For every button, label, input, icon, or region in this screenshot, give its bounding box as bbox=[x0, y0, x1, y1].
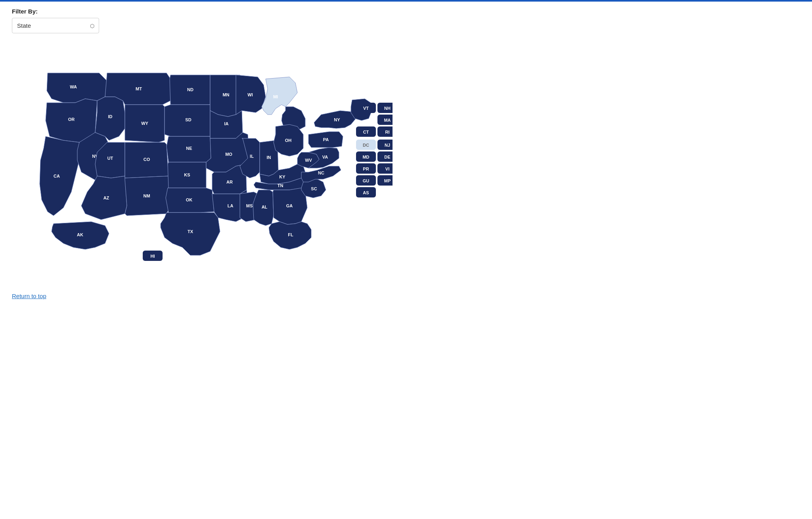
state-ak[interactable] bbox=[52, 222, 109, 249]
state-nm[interactable] bbox=[125, 176, 170, 216]
state-pr[interactable] bbox=[356, 163, 376, 174]
state-ca[interactable] bbox=[40, 136, 81, 216]
state-id[interactable] bbox=[95, 97, 125, 140]
map-container: WA OR CA NV ID MT WY UT AZ CO NM ND SD N… bbox=[12, 41, 393, 273]
state-ri[interactable] bbox=[377, 126, 393, 137]
state-vt[interactable] bbox=[356, 103, 376, 113]
return-to-top-link[interactable]: Return to top bbox=[12, 293, 46, 299]
usa-map: WA OR CA NV ID MT WY UT AZ CO NM ND SD N… bbox=[12, 41, 393, 271]
state-dc[interactable] bbox=[356, 140, 376, 150]
state-ok[interactable] bbox=[166, 188, 214, 213]
filter-select[interactable]: State Region Territory bbox=[12, 18, 99, 33]
state-md[interactable] bbox=[356, 151, 376, 162]
state-hi[interactable] bbox=[143, 251, 163, 261]
state-ga[interactable] bbox=[273, 188, 307, 224]
state-ma[interactable] bbox=[377, 115, 393, 125]
filter-select-wrapper[interactable]: State Region Territory ⬡ bbox=[12, 18, 99, 33]
state-nj[interactable] bbox=[377, 140, 393, 150]
top-border bbox=[0, 0, 812, 2]
state-al[interactable] bbox=[253, 190, 274, 226]
state-nc[interactable] bbox=[301, 166, 341, 182]
state-ct[interactable] bbox=[356, 126, 376, 137]
filter-label: Filter By: bbox=[12, 8, 800, 15]
state-ny[interactable] bbox=[314, 111, 357, 128]
state-nd[interactable] bbox=[170, 75, 210, 105]
state-tx[interactable] bbox=[161, 213, 220, 255]
state-wa[interactable] bbox=[47, 73, 107, 103]
state-ne[interactable] bbox=[167, 136, 211, 162]
state-co[interactable] bbox=[125, 142, 169, 178]
state-wy[interactable] bbox=[125, 105, 165, 142]
state-as[interactable] bbox=[356, 187, 376, 197]
state-gu[interactable] bbox=[356, 175, 376, 186]
state-fl[interactable] bbox=[269, 222, 311, 249]
state-sd[interactable] bbox=[165, 105, 210, 136]
state-az[interactable] bbox=[81, 176, 127, 220]
state-vi[interactable] bbox=[377, 163, 393, 174]
state-ks[interactable] bbox=[168, 162, 206, 188]
state-wi[interactable] bbox=[236, 75, 266, 115]
state-de[interactable] bbox=[377, 151, 393, 162]
state-nh[interactable] bbox=[377, 103, 393, 113]
state-oh[interactable] bbox=[274, 124, 303, 156]
state-mp[interactable] bbox=[377, 175, 393, 186]
state-pa[interactable] bbox=[308, 132, 343, 147]
